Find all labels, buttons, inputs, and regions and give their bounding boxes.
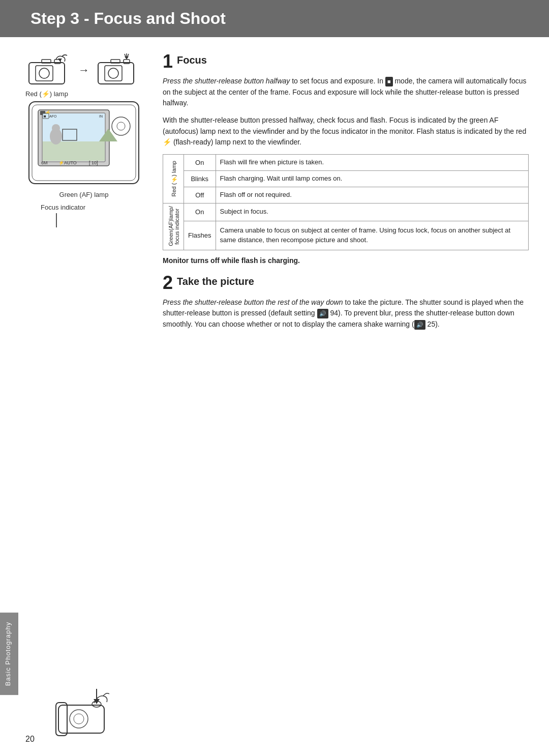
svg-point-8	[108, 68, 118, 78]
svg-line-12	[125, 54, 126, 56]
step2-number: 2	[163, 274, 173, 292]
page-title: Step 3 - Focus and Shoot	[30, 9, 226, 28]
svg-point-32	[52, 124, 60, 132]
table-row: Off Flash off or not required.	[163, 187, 529, 203]
step1-heading: 1 Focus	[163, 52, 529, 71]
bottom-section	[0, 675, 549, 756]
svg-text:6M: 6M	[41, 160, 48, 165]
side-tab: Basic Photography	[0, 613, 18, 695]
green-lamp-header: Green(AF)lamp/focus indicator	[163, 203, 184, 250]
step1-para1-italic: Press the shutter-release button halfway	[163, 77, 290, 85]
svg-point-2	[39, 68, 49, 78]
main-content: → Red (⚡) lamp	[0, 37, 549, 675]
sound-icon: 🔊	[317, 309, 328, 318]
table-desc-on1: Flash will fire when picture is taken.	[216, 155, 528, 171]
table-state-off: Off	[184, 187, 216, 203]
svg-text:■: ■	[44, 114, 46, 119]
right-column: 1 Focus Press the shutter-release button…	[152, 37, 549, 675]
svg-point-24	[117, 122, 125, 130]
page: Step 3 - Focus and Shoot	[0, 0, 549, 756]
red-lamp-header: Red (⚡) lamp	[163, 155, 184, 203]
table-row: Flashes Camera unable to focus on subjec…	[163, 221, 529, 250]
step2-heading: 2 Take the picture	[163, 274, 529, 292]
camera-body-svg: AFO ⚡ 6M ⚡AUTO [ 10]	[28, 101, 140, 185]
focus-indicator-label: Focus indicator	[41, 203, 85, 211]
step2-para1-italic: Press the shutter-release button the res…	[163, 298, 343, 306]
step1-para1-rest: to set focus and exposure. In	[290, 77, 385, 85]
svg-line-13	[128, 54, 129, 56]
shutter-press-icon	[48, 685, 119, 741]
focus-flash-table: Red (⚡) lamp On Flash will fire when pic…	[163, 154, 529, 250]
svg-point-23	[112, 117, 130, 135]
table-state-blinks: Blinks	[184, 170, 216, 187]
svg-rect-39	[56, 703, 67, 736]
svg-text:AFO: AFO	[49, 114, 57, 118]
step2-para1: Press the shutter-release button the res…	[163, 297, 529, 330]
bottom-right	[152, 680, 549, 756]
auto-mode-icon: ■	[385, 77, 393, 86]
camera-body-illustration: AFO ⚡ 6M ⚡AUTO [ 10]	[28, 101, 140, 187]
table-desc-blinks: Flash charging. Wait until lamp comes on…	[216, 170, 528, 187]
svg-marker-14	[125, 56, 129, 60]
step1-title: Focus	[177, 52, 207, 66]
svg-point-41	[70, 710, 88, 728]
flash-symbol: ⚡	[163, 138, 171, 146]
focus-indicator-group: Focus indicator	[25, 202, 142, 227]
svg-point-42	[74, 714, 84, 724]
step1-para1: Press the shutter-release button halfway…	[163, 76, 529, 109]
table-row: Red (⚡) lamp On Flash will fire when pic…	[163, 155, 529, 171]
header-bar: Step 3 - Focus and Shoot	[0, 0, 549, 37]
table-row: Blinks Flash charging. Wait until lamp c…	[163, 170, 529, 187]
table-state-on1: On	[184, 155, 216, 171]
camera-top-right-icon	[96, 52, 141, 88]
table-state-on2: On	[184, 203, 216, 221]
svg-text:IN: IN	[99, 114, 103, 118]
table-desc-on2: Subject in focus.	[216, 203, 528, 221]
step2-title: Take the picture	[177, 274, 254, 287]
green-lamp-label: Green (AF) lamp	[59, 191, 109, 198]
left-column: → Red (⚡) lamp	[0, 37, 152, 675]
bottom-left	[0, 680, 152, 756]
svg-marker-5	[58, 59, 62, 62]
shake-icon: 🔊	[414, 320, 425, 330]
table-desc-flashes: Camera unable to focus on subject at cen…	[216, 221, 528, 250]
page-number: 20	[25, 735, 35, 744]
step1-number: 1	[163, 52, 173, 71]
top-illustration: →	[26, 52, 141, 88]
camera-top-left-icon	[26, 52, 72, 88]
svg-text:[ 10]: [ 10]	[89, 160, 98, 165]
step1-para2: With the shutter-release button pressed …	[163, 115, 529, 148]
red-lamp-label: Red (⚡) lamp	[25, 90, 68, 98]
monitor-note: Monitor turns off while flash is chargin…	[163, 256, 529, 265]
table-state-flashes: Flashes	[184, 221, 216, 250]
table-row: Green(AF)lamp/focus indicator On Subject…	[163, 203, 529, 221]
focus-line	[56, 213, 57, 227]
table-desc-off: Flash off or not required.	[216, 187, 528, 203]
svg-rect-29	[43, 141, 105, 161]
arrow-right-icon: →	[78, 64, 89, 77]
svg-rect-38	[58, 705, 104, 733]
